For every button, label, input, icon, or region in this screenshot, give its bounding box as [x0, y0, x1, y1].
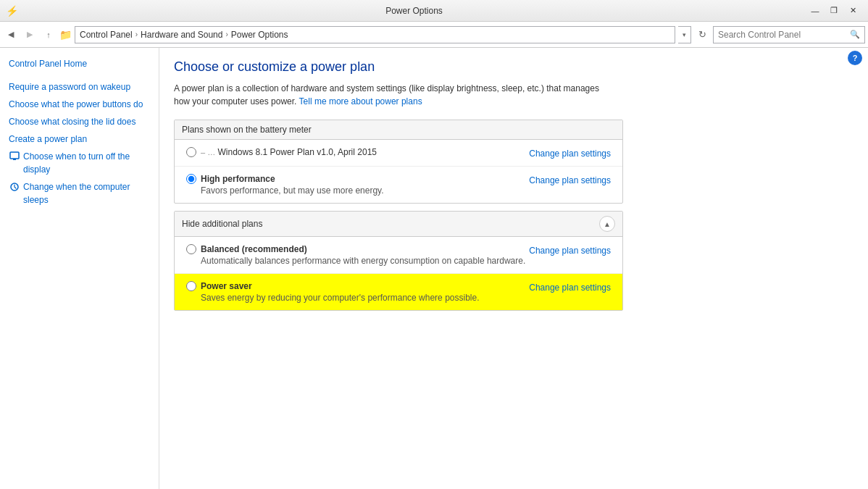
- close-button[interactable]: ✕: [843, 4, 862, 18]
- additional-plans-header[interactable]: Hide additional plans ▲: [175, 212, 622, 237]
- sidebar-item-closing-lid[interactable]: Choose what closing the lid does: [0, 113, 159, 130]
- address-dropdown-btn[interactable]: ▾: [678, 26, 691, 43]
- sleep-icon: [9, 181, 20, 193]
- plan-radio-row-high: High performance: [186, 174, 384, 184]
- plan-radio-high[interactable]: [186, 174, 196, 184]
- plan-left-saver: Power saver Saves energy by reducing you…: [186, 281, 480, 303]
- plan-radio-saver[interactable]: [186, 281, 196, 291]
- change-plan-high[interactable]: Change plan settings: [529, 174, 611, 185]
- plan-desc-high: Favors performance, but may use more ene…: [201, 185, 384, 196]
- windows-plan-label: Windows 8.1 Power Plan v1.0, April 2015: [218, 147, 377, 157]
- content-title: Choose or customize a power plan: [174, 59, 854, 75]
- minimize-button[interactable]: —: [806, 4, 825, 18]
- learn-more-link[interactable]: Tell me more about power plans: [299, 96, 422, 106]
- computer-sleeps-label: Change when the computer sleeps: [23, 180, 150, 206]
- content-description: A power plan is a collection of hardware…: [174, 82, 609, 108]
- content-wrapper: Control Panel Home Require a password on…: [0, 48, 868, 489]
- address-bar: ◀ ▶ ↑ 📁 Control Panel › Hardware and Sou…: [0, 22, 868, 48]
- sidebar-item-computer-sleeps[interactable]: Change when the computer sleeps: [0, 178, 159, 209]
- sidebar-item-create-plan[interactable]: Create a power plan: [0, 130, 159, 148]
- change-plan-saver[interactable]: Change plan settings: [529, 281, 611, 293]
- search-icon: 🔍: [850, 30, 860, 39]
- plan-name-windows: – … Windows 8.1 Power Plan v1.0, April 2…: [201, 147, 377, 157]
- path-hardware-sound[interactable]: Hardware and Sound: [141, 30, 222, 40]
- sidebar-item-require-password[interactable]: Require a password on wakeup: [0, 78, 159, 96]
- back-button[interactable]: ◀: [3, 27, 19, 43]
- plan-left-windows: – … Windows 8.1 Power Plan v1.0, April 2…: [186, 147, 377, 157]
- plan-desc-saver: Saves energy by reducing your computer's…: [201, 293, 480, 303]
- plan-left-balanced: Balanced (recommended) Automatically bal…: [186, 244, 525, 266]
- turn-off-display-label: Choose when to turn off the display: [23, 150, 150, 176]
- path-power-options[interactable]: Power Options: [231, 30, 288, 40]
- window-title: Power Options: [22, 6, 806, 16]
- plan-radio-row-windows: – … Windows 8.1 Power Plan v1.0, April 2…: [186, 147, 377, 157]
- title-bar: ⚡ Power Options — ❐ ✕: [0, 0, 868, 22]
- folder-icon: 📁: [59, 29, 72, 41]
- search-input[interactable]: [718, 30, 847, 40]
- svg-rect-1: [13, 159, 16, 160]
- plan-item-high-performance: High performance Favors performance, but…: [175, 167, 622, 203]
- plan-radio-balanced[interactable]: [186, 244, 196, 254]
- main-wrapper: Control Panel Home Require a password on…: [0, 48, 868, 489]
- change-plan-balanced[interactable]: Change plan settings: [529, 244, 611, 256]
- plan-item-balanced: Balanced (recommended) Automatically bal…: [175, 237, 622, 274]
- additional-plans-title: Hide additional plans: [182, 219, 262, 229]
- svg-rect-0: [10, 152, 19, 159]
- additional-plans-group: Hide additional plans ▲ Balanced (recomm…: [174, 211, 623, 311]
- collapse-button[interactable]: ▲: [599, 216, 615, 232]
- sidebar-item-turn-off-display[interactable]: Choose when to turn off the display: [0, 148, 159, 178]
- address-path[interactable]: Control Panel › Hardware and Sound › Pow…: [75, 26, 675, 43]
- sidebar-item-power-buttons[interactable]: Choose what the power buttons do: [0, 96, 159, 113]
- battery-plans-header: Plans shown on the battery meter: [175, 120, 622, 140]
- plan-name-saver: Power saver: [201, 281, 252, 291]
- battery-plans-title: Plans shown on the battery meter: [182, 125, 312, 135]
- plan-name-balanced: Balanced (recommended): [201, 244, 307, 254]
- help-button[interactable]: ?: [848, 51, 862, 65]
- search-box: 🔍: [713, 26, 865, 43]
- battery-plans-group: Plans shown on the battery meter – … Win…: [174, 120, 623, 204]
- change-plan-windows[interactable]: Change plan settings: [529, 147, 611, 159]
- plan-item-power-saver: Power saver Saves energy by reducing you…: [175, 274, 622, 310]
- plan-desc-balanced: Automatically balances performance with …: [201, 256, 525, 266]
- plan-radio-row-balanced: Balanced (recommended): [186, 244, 525, 254]
- display-icon: [9, 151, 20, 162]
- window-controls: — ❐ ✕: [806, 4, 862, 18]
- refresh-button[interactable]: ↻: [694, 27, 710, 43]
- content-area: ? Choose or customize a power plan A pow…: [159, 48, 868, 489]
- path-control-panel[interactable]: Control Panel: [80, 30, 133, 40]
- plan-name-high: High performance: [201, 174, 275, 184]
- plan-item-windows: – … Windows 8.1 Power Plan v1.0, April 2…: [175, 140, 622, 167]
- forward-button[interactable]: ▶: [22, 27, 38, 43]
- sidebar-item-control-panel-home[interactable]: Control Panel Home: [0, 55, 159, 72]
- app-icon: ⚡: [6, 5, 18, 17]
- up-button[interactable]: ↑: [41, 27, 57, 43]
- maximize-button[interactable]: ❐: [825, 4, 843, 18]
- sidebar: Control Panel Home Require a password on…: [0, 48, 159, 489]
- plan-left-high: High performance Favors performance, but…: [186, 174, 384, 196]
- plan-radio-row-saver: Power saver: [186, 281, 480, 291]
- plan-radio-windows[interactable]: [186, 147, 196, 157]
